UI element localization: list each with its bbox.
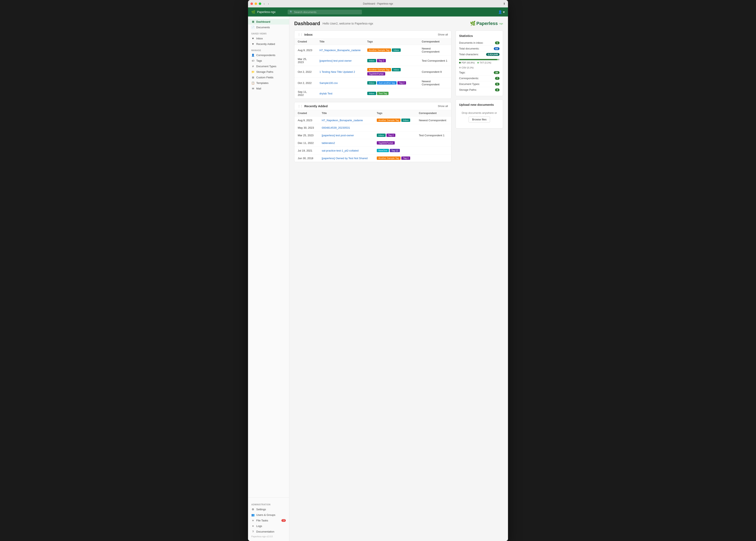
cell-title[interactable]: H7_Napoleon_Bonaparte_zadanie — [318, 117, 373, 124]
cell-created: Sep 11, 2022 — [294, 88, 316, 99]
stat-label-chars: Total characters: — [459, 53, 479, 56]
inbox-show-all-link[interactable]: Show all — [438, 33, 448, 36]
logo-leaf-large: 🌿 — [470, 21, 476, 26]
cell-title[interactable]: [paperless] test post-owner — [318, 132, 373, 139]
tag-badge[interactable]: TagWithPartial — [367, 72, 385, 76]
cell-title[interactable]: [paperless] test post-owner — [316, 55, 364, 66]
search-box[interactable]: 🔍 — [288, 10, 362, 14]
sidebar-item-templates[interactable]: 📋 Templates — [248, 80, 289, 86]
stat-label-storage: Storage Paths: — [459, 88, 477, 91]
upload-title: Upload new documents — [459, 103, 500, 106]
logs-icon: ≡ — [251, 524, 255, 528]
back-button[interactable]: ‹ — [263, 2, 266, 5]
cell-correspondent: Newest Correspondent — [416, 117, 451, 124]
logo-suffix: -ngx — [499, 22, 503, 25]
sidebar-item-documentation[interactable]: ? Documentation — [248, 529, 289, 534]
tag-badge[interactable]: Inbox — [367, 92, 376, 95]
upload-drop-text: Drop documents anywhere or — [462, 111, 497, 114]
legend-label-pdf: PDF (93.8%) — [462, 61, 475, 64]
share-icon: ⬆ — [503, 2, 506, 5]
tag-badge[interactable]: Another Sample Tag — [367, 48, 391, 52]
cell-title[interactable]: 0004814539_20230531 — [318, 124, 373, 132]
sidebar-item-file-tasks[interactable]: ≡ File Tasks 18 — [248, 518, 289, 523]
tag-badge[interactable]: Tag 2 — [401, 157, 410, 160]
sidebar-item-correspondents[interactable]: 👤 Correspondents — [248, 52, 289, 58]
stat-value-correspondents: 7 — [495, 77, 500, 80]
legend-label-txt: TXT (3.1%) — [480, 61, 491, 64]
sidebar-label-logs: Logs — [256, 524, 262, 528]
statistics-title: Statistics — [459, 34, 500, 38]
sidebar-item-users-groups[interactable]: 👥 Users & Groups — [248, 512, 289, 518]
cell-title[interactable]: Sample100.csv — [316, 78, 364, 88]
tag-badge[interactable]: Another Sample Tag — [377, 119, 400, 122]
search-input[interactable] — [294, 11, 360, 14]
tag-badge[interactable]: Inbox — [401, 119, 410, 122]
table-row[interactable]: Jun 30, 2018[paperless] Owned by Test No… — [294, 155, 451, 162]
sidebar-item-settings[interactable]: ⚙ Settings — [248, 507, 289, 512]
recently-added-show-all-link[interactable]: Show all — [438, 105, 448, 108]
cell-title[interactable]: sat-practice-test-1_pt2-collated — [318, 147, 373, 155]
table-row[interactable]: Oct 2, 2022Sample100.csvInboxJust anothe… — [294, 78, 451, 88]
tag-badge[interactable]: Inbox — [367, 81, 376, 85]
sidebar-label-documentation: Documentation — [256, 530, 274, 533]
sidebar-item-custom-fields[interactable]: ⊞ Custom Fields — [248, 75, 289, 80]
cell-tags: InboxTest Tag — [364, 88, 418, 99]
table-row[interactable]: May 30, 20230004814539_20230531 — [294, 124, 451, 132]
tag-badge[interactable]: Tag 2 — [397, 81, 406, 85]
close-button[interactable] — [250, 2, 253, 5]
tag-badge[interactable]: NewOne — [377, 149, 389, 152]
recently-added-table: Created Title Tags Correspondent Aug 9, … — [294, 110, 451, 162]
maximize-button[interactable] — [259, 2, 261, 5]
forward-button[interactable]: › — [267, 2, 270, 5]
sidebar-item-document-types[interactable]: # Document Types — [248, 64, 289, 69]
upload-drop-zone[interactable]: Drop documents anywhere or Browse files — [459, 109, 500, 125]
user-menu[interactable]: 👤 ▾ — [498, 10, 505, 14]
table-row[interactable]: Sep 11, 2022drylab TestInboxTest Tag — [294, 88, 451, 99]
table-row[interactable]: Aug 9, 2023H7_Napoleon_Bonaparte_zadanie… — [294, 45, 451, 55]
sidebar-item-mail[interactable]: ✉ Mail — [248, 86, 289, 91]
cell-title[interactable]: [paperless] Owned by Test Not Shared — [318, 155, 373, 162]
tag-badge[interactable]: Test Tag — [377, 92, 389, 95]
sidebar-label-custom-fields: Custom Fields — [256, 76, 273, 79]
cell-title[interactable]: 1 Testing New Title Updated 2 — [316, 66, 364, 78]
browse-files-button[interactable]: Browse files — [469, 117, 490, 123]
tag-badge[interactable]: Another Sample Tag — [367, 68, 391, 71]
table-row[interactable]: Oct 2, 20221 Testing New Title Updated 2… — [294, 66, 451, 78]
app-header: 🌿 Paperless-ngx 🔍 👤 ▾ — [248, 7, 508, 17]
cell-title[interactable]: tablerates2 — [318, 139, 373, 147]
tag-badge[interactable]: Inbox — [367, 59, 376, 62]
tag-badge[interactable]: Inbox — [377, 134, 386, 137]
tag-badge[interactable]: Inbox — [392, 68, 401, 71]
table-row[interactable]: Mar 25, 2023[paperless] test post-ownerI… — [294, 132, 451, 139]
tag-badge[interactable]: Inbox — [392, 48, 401, 52]
sidebar-item-tags[interactable]: 🏷 Tags — [248, 58, 289, 64]
tag-badge[interactable]: Tag 2 — [377, 59, 386, 62]
table-row[interactable]: Mar 25, 2023[paperless] test post-ownerI… — [294, 55, 451, 66]
table-row[interactable]: Aug 9, 2023H7_Napoleon_Bonaparte_zadanie… — [294, 117, 451, 124]
manage-label: MANAGE — [248, 47, 289, 52]
tag-badge[interactable]: Another Sample Tag — [377, 157, 400, 160]
legend-label-csv: CSV (3.1%) — [462, 66, 474, 69]
tag-badge[interactable]: TagWithPartial — [377, 141, 395, 145]
sidebar-item-inbox[interactable]: ▼ Inbox — [248, 36, 289, 41]
sidebar-item-recently-added[interactable]: ▼ Recently Added — [248, 41, 289, 47]
cell-correspondent: Correspondent 9 — [418, 66, 451, 78]
mail-icon: ✉ — [251, 87, 255, 90]
cell-title[interactable]: drylab Test — [316, 88, 364, 99]
minimize-button[interactable] — [255, 2, 257, 5]
tag-badge[interactable]: Just another tag — [377, 81, 397, 85]
table-row[interactable]: Jul 19, 2021sat-practice-test-1_pt2-coll… — [294, 147, 451, 155]
tag-badge[interactable]: Tag 12 — [390, 149, 400, 152]
sidebar-item-storage-paths[interactable]: 📁 Storage Paths — [248, 69, 289, 75]
sidebar-item-logs[interactable]: ≡ Logs — [248, 523, 289, 529]
sidebar-item-dashboard[interactable]: ⊞ Dashboard — [248, 19, 289, 25]
sidebar-item-documents[interactable]: 📄 Documents — [248, 25, 289, 30]
saved-views-label: SAVED VIEWS — [248, 30, 289, 36]
window-title: Dashboard - Paperless-ngx — [363, 2, 393, 5]
sidebar-label-dashboard: Dashboard — [256, 20, 270, 23]
tag-badge[interactable]: Tag 2 — [386, 134, 395, 137]
stat-value-tags: 28 — [494, 71, 500, 74]
cell-title[interactable]: H7_Napoleon_Bonaparte_zadanie — [316, 45, 364, 55]
table-row[interactable]: Dec 11, 2022tablerates2TagWithPartial — [294, 139, 451, 147]
inbox-panel-title: ⋮⋮ Inbox — [298, 33, 438, 36]
